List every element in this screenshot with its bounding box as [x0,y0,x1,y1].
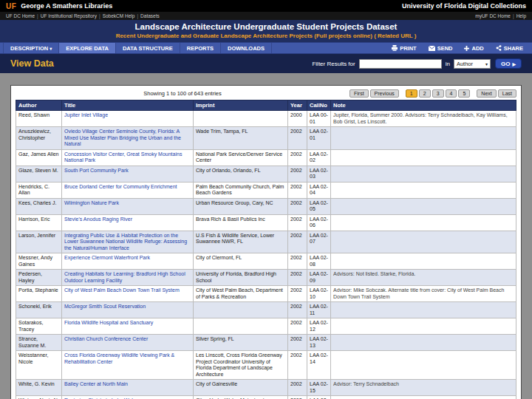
title-link[interactable]: Bruce Dorland Center for Community Enric… [64,184,177,189]
menu-tab-data-structure[interactable]: DATA STRUCTURE [116,43,180,53]
table-row: Pedersen, HayleyCreating Habitats for Le… [16,270,516,286]
filter-input[interactable] [359,59,442,69]
title-link[interactable]: Wilmington Nature Park [64,200,119,205]
note-cell [331,127,516,150]
page-button-last[interactable]: Last [498,89,516,98]
menu-tab-explore-data[interactable]: EXPLORE DATA [59,43,116,53]
table-row: Harrison, EricStevie's Anodus Raging Riv… [16,214,516,231]
author-cell: Schonekl, Erik [16,302,62,318]
library-name[interactable]: George A Smathers Libraries [21,2,112,10]
callno-cell: LAA 02-04 [307,182,331,198]
page-button-3[interactable]: 3 [432,89,444,98]
title-cell: City of West Palm Beach Down Town Trail … [62,286,194,302]
showing-entries-text: Showing 1 to 100 of 643 entries [16,90,349,97]
filter-field-select[interactable]: Author ▾ [454,59,491,69]
title-cell: Bailey Center at North Main [62,380,194,396]
collection-subtitle[interactable]: Recent Undergraduate and Graduate Landsc… [0,33,532,39]
table-body: Reed, ShawnJupiter Inlet Village2000LAA … [16,111,516,399]
page-button-1[interactable]: 1 [406,89,417,98]
column-header-author[interactable]: Author [16,100,62,111]
menu-tab-downloads[interactable]: DOWNLOADS [221,43,272,53]
author-cell: Winters, Alexis N. [16,396,62,399]
author-cell: Portia, Stephanie [16,286,62,302]
action-send[interactable]: SEND [423,43,459,53]
page-button-next[interactable]: Next [477,89,496,98]
title-link[interactable]: Cross Florida Greenway Wildlife Viewing … [64,352,174,364]
page-button-5[interactable]: 5 [458,89,470,98]
imprint-cell [194,111,288,127]
table-row: Strance, Suzanne M.Christian Church Conf… [16,335,516,351]
note-cell [331,198,516,214]
author-cell: Weisstanner, Nicole [16,351,62,380]
table-row: Hendricks, C. AllanBruce Dorland Center … [16,182,516,198]
title-cell: Creating Habitats for Learning: Bradford… [62,270,194,286]
content-area: Showing 1 to 100 of 643 entries FirstPre… [10,85,522,399]
imprint-cell: City of Orlando, Orlando, FL [194,166,288,182]
title-link[interactable]: Creating Habitats for Learning: Bradford… [64,271,185,283]
column-header-note[interactable]: Note [331,100,516,111]
year-cell: 2002 [288,166,307,182]
title-link[interactable]: Jupiter Inlet Village [64,112,108,117]
note-cell: Advisors: Not listed. Starke, Florida. [331,270,516,286]
uf-logo[interactable]: UF [6,2,16,10]
title-link[interactable]: Florida Wildlife Hospital and Sanctuary [64,320,153,325]
page-button-2[interactable]: 2 [419,89,431,98]
imprint-cell: City of Lake Wales Mainstreet Foundation… [194,396,288,399]
callno-cell: LAA 02-14 [307,351,331,380]
nav-link-uf-institutional-repository[interactable]: UF Institutional Repository [41,13,97,18]
title-link[interactable]: City of West Palm Beach Down Town Trail … [64,287,180,293]
menu-tab-reports[interactable]: REPORTS [180,43,221,53]
page-button-4[interactable]: 4 [446,89,457,98]
utility-nav-bar: UF DC Home|UF Institutional Repository|S… [0,12,532,20]
callno-cell: LAA 02-06 [307,214,331,231]
column-header-imprint[interactable]: Imprint [194,100,288,111]
action-add[interactable]: ADD [458,43,489,53]
note-cell [331,149,516,166]
title-link[interactable]: Stevie's Anodus Raging River [64,216,132,222]
title-link[interactable]: South Port Community Park [64,168,129,173]
title-cell: Wilmington Nature Park [62,198,194,214]
title-link[interactable]: Oviedo Village Center Seminole County, F… [64,129,181,146]
title-link[interactable]: Christian Church Conference Center [64,336,148,341]
action-print[interactable]: PRINT [386,43,423,53]
nav-link-sobekcm-help[interactable]: SobekCM Help [103,13,135,18]
column-header-title[interactable]: Title [62,100,194,111]
note-cell [331,302,516,318]
title-link[interactable]: Experience Clermont Waterfront Park [64,255,150,260]
note-cell: Jupiter, Florida, Summer 2000. Advisors:… [331,111,516,127]
year-cell: 2002 [288,182,307,198]
callno-cell: LAA 02-15 [307,380,331,396]
action-label: PRINT [400,45,417,52]
year-cell: 2002 [288,270,307,286]
title-link[interactable]: McGregor Smith Scout Reservation [64,304,146,309]
page-button-first[interactable]: First [349,89,369,98]
nav-link-myuf-dc-home[interactable]: myUF DC Home [475,13,511,18]
go-button[interactable]: GO ▶ [495,58,522,69]
callno-cell: LAA 02-16 [307,396,331,399]
print-icon [392,45,398,51]
menu-tab-description[interactable]: DESCRIPTION▾ [3,43,59,53]
author-cell: Gaz, James Allen [16,149,62,166]
menu-tab-label: DOWNLOADS [228,45,265,52]
column-header-year[interactable]: Year [288,100,307,111]
action-share[interactable]: SHARE [490,43,529,53]
callno-cell: LAA 00-01 [307,111,331,127]
table-row: Gaz, James AllenConcession Visitor Cente… [16,149,516,166]
author-cell: Hendricks, C. Allan [16,182,62,198]
title-link[interactable]: Bailey Center at North Main [64,381,128,386]
note-cell [331,214,516,231]
table-row: Anuszkiewicz, ChristopherOviedo Village … [16,127,516,150]
column-header-callno[interactable]: CallNo [307,100,331,111]
page-button-previous[interactable]: Previous [370,89,399,98]
author-cell: Harrison, Eric [16,214,62,231]
author-cell: Strance, Suzanne M. [16,335,62,351]
note-cell [331,231,516,253]
chevron-down-icon: ▾ [50,46,52,51]
title-link[interactable]: Concession Visitor Center, Great Smoky M… [64,151,182,163]
nav-link-datasets[interactable]: Datasets [140,13,160,18]
nav-link-uf-dc-home[interactable]: UF DC Home [6,13,35,18]
title-link[interactable]: Integrating Public Use & Habitat Protect… [64,233,187,250]
imprint-cell: Les Linscott, Cross Florida Greenway Pro… [194,351,288,380]
author-cell: Glaze, Steven M. [16,166,62,182]
nav-link-help[interactable]: Help [516,13,526,18]
